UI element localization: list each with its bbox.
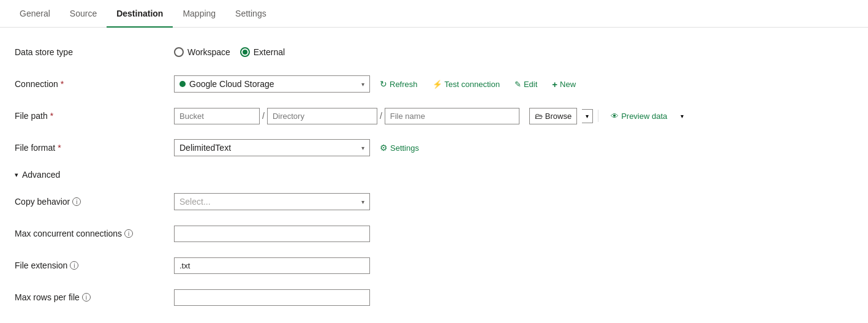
copy-behavior-label: Copy behavior i — [15, 197, 174, 207]
file-extension-info-icon[interactable]: i — [70, 261, 78, 270]
advanced-toggle[interactable]: ▾ Advanced — [15, 170, 853, 180]
refresh-button[interactable]: ↻ Refresh — [375, 76, 423, 92]
data-store-type-row: Data store type Workspace External — [15, 42, 853, 62]
tab-destination[interactable]: Destination — [107, 0, 173, 27]
file-format-required: * — [58, 143, 61, 153]
bucket-input[interactable] — [174, 108, 260, 124]
file-path-required: * — [50, 111, 53, 121]
tab-settings[interactable]: Settings — [225, 0, 276, 27]
max-rows-label: Max rows per file i — [15, 292, 174, 302]
file-format-row: File format * DelimitedText ▾ ⚙ Settings — [15, 138, 853, 158]
max-rows-controls — [174, 289, 853, 306]
max-rows-info-icon[interactable]: i — [82, 293, 91, 302]
browse-folder-icon: 🗁 — [535, 112, 543, 121]
radio-workspace-label: Workspace — [187, 47, 230, 57]
preview-data-button[interactable]: 👁 Preview data — [606, 108, 672, 124]
format-settings-icon: ⚙ — [380, 143, 388, 153]
test-connection-label: Test connection — [445, 80, 500, 89]
file-path-controls: / / 🗁 Browse ▾ 👁 Preview data ▾ — [174, 108, 853, 124]
refresh-label: Refresh — [390, 80, 418, 89]
browse-chevron-icon: ▾ — [586, 113, 589, 120]
max-connections-info-icon[interactable]: i — [124, 229, 133, 238]
new-button[interactable]: + New — [547, 76, 581, 93]
connection-chevron-icon: ▾ — [361, 81, 364, 88]
max-connections-controls — [174, 226, 853, 242]
browse-label: Browse — [545, 112, 572, 121]
copy-behavior-dropdown[interactable]: Select... ▾ — [174, 193, 370, 210]
file-extension-row: File extension i — [15, 256, 853, 275]
edit-button[interactable]: ✎ Edit — [510, 77, 542, 92]
connection-label: Connection * — [15, 79, 174, 89]
new-icon: + — [552, 79, 557, 89]
file-format-controls: DelimitedText ▾ ⚙ Settings — [174, 139, 853, 156]
connection-required: * — [61, 79, 64, 89]
copy-behavior-row: Copy behavior i Select... ▾ — [15, 192, 853, 211]
connection-row: Connection * Google Cloud Storage ▾ ↻ Re… — [15, 74, 853, 94]
edit-icon: ✎ — [515, 80, 521, 89]
format-settings-button[interactable]: ⚙ Settings — [375, 140, 424, 156]
preview-data-label: Preview data — [621, 112, 667, 121]
format-settings-label: Settings — [390, 143, 419, 153]
path-separator-2: / — [377, 108, 385, 124]
copy-behavior-dropdown-label: Select... — [179, 197, 357, 207]
preview-icon: 👁 — [611, 112, 619, 121]
radio-external-label: External — [254, 47, 285, 57]
file-format-value: DelimitedText — [179, 143, 231, 153]
file-extension-input[interactable] — [174, 257, 370, 274]
max-connections-label: Max concurrent connections i — [15, 229, 174, 238]
data-store-type-controls: Workspace External — [174, 47, 853, 57]
copy-behavior-info-icon[interactable]: i — [72, 197, 81, 206]
file-path-inputs: / / — [174, 108, 519, 124]
radio-workspace-input[interactable] — [174, 47, 184, 57]
copy-behavior-placeholder: Select... — [179, 197, 211, 207]
advanced-label: Advanced — [22, 170, 60, 180]
file-format-dropdown-label: DelimitedText — [179, 143, 357, 153]
test-connection-icon: ⚡ — [432, 80, 442, 89]
radio-external[interactable]: External — [240, 47, 285, 57]
max-rows-row: Max rows per file i — [15, 287, 853, 307]
copy-behavior-controls: Select... ▾ — [174, 193, 853, 210]
file-extension-controls — [174, 257, 853, 274]
max-connections-row: Max concurrent connections i — [15, 224, 853, 243]
browse-button[interactable]: 🗁 Browse — [529, 108, 577, 124]
advanced-chevron-icon: ▾ — [15, 171, 18, 179]
preview-divider — [598, 110, 598, 122]
data-store-type-label: Data store type — [15, 47, 174, 57]
tab-bar: General Source Destination Mapping Setti… — [0, 0, 868, 28]
radio-external-input[interactable] — [240, 47, 250, 57]
connection-status-dot — [179, 81, 186, 87]
preview-chevron-icon: ▾ — [681, 113, 684, 120]
max-rows-input[interactable] — [174, 289, 370, 306]
new-label: New — [560, 80, 576, 89]
form-content: Data store type Workspace External Conne… — [0, 28, 868, 323]
tab-general[interactable]: General — [10, 0, 60, 27]
browse-chevron-button[interactable]: ▾ — [582, 109, 593, 123]
test-connection-button[interactable]: ⚡ Test connection — [428, 77, 505, 92]
filename-input[interactable] — [385, 108, 519, 124]
refresh-icon: ↻ — [380, 79, 387, 89]
data-store-radio-group: Workspace External — [174, 47, 285, 57]
directory-input[interactable] — [267, 108, 377, 124]
tab-source[interactable]: Source — [60, 0, 107, 27]
connection-value: Google Cloud Storage — [189, 79, 274, 89]
file-format-label: File format * — [15, 143, 174, 153]
edit-label: Edit — [524, 80, 537, 89]
connection-dropdown-label: Google Cloud Storage — [179, 79, 357, 89]
file-format-dropdown[interactable]: DelimitedText ▾ — [174, 139, 370, 156]
file-path-label: File path * — [15, 111, 174, 121]
file-extension-label: File extension i — [15, 260, 174, 270]
preview-chevron-button[interactable]: ▾ — [677, 110, 687, 123]
file-path-row: File path * / / 🗁 Browse ▾ 👁 Preview dat — [15, 106, 853, 126]
file-format-chevron-icon: ▾ — [361, 145, 364, 151]
radio-workspace[interactable]: Workspace — [174, 47, 230, 57]
copy-behavior-chevron-icon: ▾ — [361, 199, 364, 205]
path-separator-1: / — [260, 108, 267, 124]
tab-mapping[interactable]: Mapping — [173, 0, 225, 27]
connection-dropdown[interactable]: Google Cloud Storage ▾ — [174, 75, 370, 93]
connection-controls: Google Cloud Storage ▾ ↻ Refresh ⚡ Test … — [174, 75, 853, 93]
max-connections-input[interactable] — [174, 226, 370, 242]
